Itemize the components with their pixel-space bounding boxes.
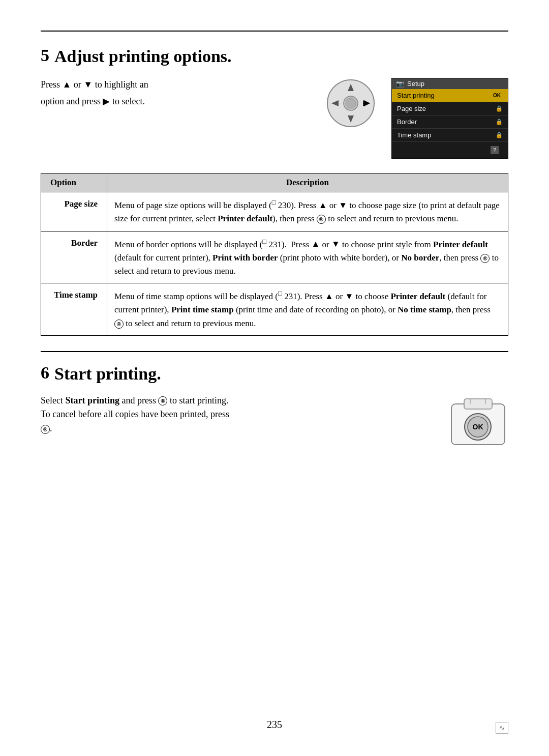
circled-ok-2: ® [480,254,490,263]
page-number: 235 [267,719,282,730]
section-5-title: Adjust printing options. [54,47,232,66]
table-row-border: Border Menu of border options will be di… [41,231,508,283]
arrow-right-icon [103,96,110,106]
option-desc-border: Menu of border options will be displayed… [107,231,508,283]
section-6-number: 6 [41,364,49,382]
dpad-svg [325,78,376,129]
arrow-down-4 [345,292,353,301]
ok-badge: OK [491,92,503,99]
camera-icon: 📷 [396,80,404,88]
circled-ok-1: ® [317,215,326,224]
top-border [41,31,508,32]
page-size-label: Page size [397,105,426,112]
question-mark-icon: ? [491,146,499,154]
setup-menu-item-time-stamp: Time stamp 🔒 [392,129,508,142]
lock-icon-page-size: 🔒 [496,105,503,112]
table-row-page-size: Page size Menu of page size options will… [41,192,508,231]
arrow-down-icon [83,79,93,90]
time-stamp-label: Time stamp [397,131,431,139]
bottom-right-watermark: ∿ [496,722,508,734]
ok-button-svg: OK [449,394,507,450]
section-6-text: Select Start printing and press ® to sta… [41,394,447,437]
options-table: Option Description Page size Menu of pag… [41,173,508,336]
setup-screen: 📷 Setup Start printing OK Page size 🔒 Bo… [391,78,508,159]
setup-menu-item-border: Border 🔒 [392,115,508,129]
table-header-description: Description [107,173,508,192]
lock-icon-time-stamp: 🔒 [496,132,503,138]
page-container: 5 Adjust printing options. Press or to h… [0,0,549,756]
section-5-header-row: 5 Adjust printing options. [41,47,508,66]
section-6-para2: To cancel before all copies have been pr… [41,408,437,422]
watermark-box: ∿ [496,722,508,734]
svg-point-2 [346,98,356,108]
section-5: 5 Adjust printing options. Press or to h… [41,47,508,351]
section-5-description: Press or to highlight an option and pres… [41,78,325,111]
circled-ok-5: ® [41,425,50,434]
section-6-title: Start printing. [54,364,161,383]
section-6-header-row: 6 Start printing. [41,351,508,383]
option-name-border: Border [41,231,107,283]
arrow-up-4 [325,292,333,301]
ok-button-illustration: OK [447,394,508,450]
section-6-body: Select Start printing and press ® to sta… [41,394,508,450]
arrow-up-2 [319,200,327,210]
dpad-container [325,78,376,129]
option-desc-time-stamp: Menu of time stamp options will be displ… [107,283,508,336]
lock-icon-border: 🔒 [496,119,503,125]
section-5-desc-line2: option and press to select. [41,95,315,108]
page-footer: 235 [0,719,549,731]
circled-ok-3: ® [114,319,124,329]
section-5-number: 5 [41,47,49,64]
option-desc-page-size: Menu of page size options will be displa… [107,192,508,231]
watermark-symbol: ∿ [499,724,505,732]
help-box: ? [392,142,508,158]
table-header-option: Option [41,173,107,192]
arrow-down-2 [339,200,347,210]
arrow-down-3 [331,239,340,249]
section-6: 6 Start printing. Select Start printing … [41,351,508,449]
section-6-para1: Select Start printing and press ® to sta… [41,394,437,408]
circled-ok-4: ® [158,396,167,405]
setup-screen-title-text: Setup [407,80,424,88]
option-name-page-size: Page size [41,192,107,231]
option-name-time-stamp: Time stamp [41,283,107,336]
arrow-up-icon [63,79,72,90]
table-row-time-stamp: Time stamp Menu of time stamp options wi… [41,283,508,336]
setup-menu-item-start-printing: Start printing OK [392,89,508,102]
svg-rect-9 [464,399,492,409]
start-printing-label: Start printing [397,92,435,99]
setup-screen-title: 📷 Setup [392,78,508,89]
section-5-body: Press or to highlight an option and pres… [41,78,508,159]
setup-menu-item-page-size: Page size 🔒 [392,102,508,115]
svg-text:OK: OK [472,423,483,431]
arrow-up-3 [311,239,320,249]
section-6-para3: ®. [41,422,437,436]
border-label: Border [397,118,417,126]
section-5-desc-line1: Press or to highlight an [41,78,315,92]
